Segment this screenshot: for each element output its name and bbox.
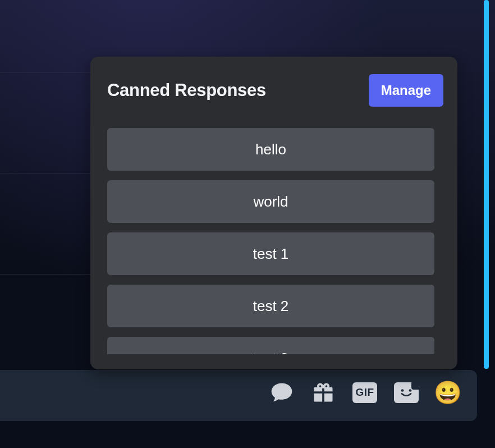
gift-icon[interactable] [311,380,336,405]
svg-point-1 [409,389,412,392]
popup-header: Canned Responses Manage [90,57,457,113]
message-input-bar: GIF 😀 [0,370,477,421]
divider-line [0,173,101,173]
input-toolbar: GIF 😀 [269,380,460,405]
response-item[interactable]: test 1 [107,232,434,275]
sticker-fold [411,382,419,390]
response-list[interactable]: hello world test 1 test 2 test 3 [107,128,437,354]
gif-label: GIF [352,382,377,403]
sticker-picker-icon[interactable] [394,380,419,405]
gif-picker-icon[interactable]: GIF [352,380,377,405]
response-item[interactable]: test 2 [107,285,434,327]
response-item[interactable]: world [107,180,434,223]
divider-line [0,72,101,72]
canned-responses-popup: Canned Responses Manage hello world test… [90,57,457,369]
right-accent-bar [484,0,489,369]
emoji-glyph: 😀 [434,381,462,404]
response-item[interactable]: hello [107,128,434,171]
svg-point-0 [401,389,404,392]
emoji-picker-icon[interactable]: 😀 [436,380,460,405]
sticker-box [394,382,419,403]
popup-title: Canned Responses [107,80,266,100]
divider-line [0,274,101,275]
manage-button[interactable]: Manage [369,74,443,107]
response-item[interactable]: test 3 [107,337,434,354]
canned-responses-icon[interactable] [269,380,294,405]
